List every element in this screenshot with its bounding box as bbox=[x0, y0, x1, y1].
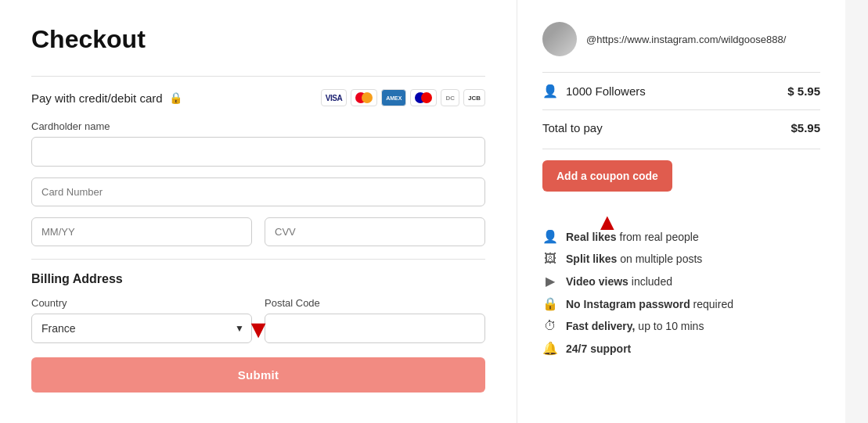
feature-video-views: ▶ Video views included bbox=[542, 274, 820, 289]
feature-no-password: 🔒 No Instagram password required bbox=[542, 296, 820, 311]
pay-label-text: Pay with credit/debit card bbox=[31, 91, 163, 105]
arrow-up-icon: ▲ bbox=[596, 209, 619, 235]
feature-fast-delivery: ⏱ Fast delivery, up to 10 mins bbox=[542, 319, 820, 333]
total-price: $5.95 bbox=[791, 121, 820, 134]
expiry-cvv-row bbox=[31, 217, 485, 246]
features-list: 👤 Real likes from real people 🖼 Split li… bbox=[542, 229, 820, 356]
avatar bbox=[542, 22, 577, 56]
feature-real-likes: 👤 Real likes from real people bbox=[542, 229, 820, 244]
submit-wrapper: ▼ Submit bbox=[31, 343, 485, 393]
page-title: Checkout bbox=[31, 25, 485, 54]
coupon-button[interactable]: Add a coupon code bbox=[542, 160, 672, 192]
section-divider-2 bbox=[31, 259, 485, 260]
total-row: Total to pay $5.95 bbox=[542, 121, 820, 134]
coupon-wrapper: Add a coupon code ▲ bbox=[542, 160, 672, 207]
cardholder-label: Cardholder name bbox=[31, 120, 485, 132]
lock-feature-icon: 🔒 bbox=[542, 296, 558, 311]
card-icons-group: VISA AMEX DC JCB bbox=[321, 89, 485, 106]
profile-row: @https://www.instagram.com/wildgoose888/ bbox=[542, 22, 820, 56]
feature-split-likes: 🖼 Split likes on multiple posts bbox=[542, 252, 820, 266]
billing-title: Billing Address bbox=[31, 272, 485, 286]
pay-label: Pay with credit/debit card 🔒 bbox=[31, 91, 182, 105]
order-divider-1 bbox=[542, 72, 820, 73]
expiry-input[interactable] bbox=[31, 217, 252, 246]
play-feature-icon: ▶ bbox=[542, 274, 558, 289]
pay-section-header: Pay with credit/debit card 🔒 VISA AMEX D… bbox=[31, 89, 485, 106]
person-feature-icon: 👤 bbox=[542, 229, 558, 244]
checkout-left-panel: Checkout Pay with credit/debit card 🔒 VI… bbox=[0, 0, 517, 423]
card-number-group bbox=[31, 177, 485, 206]
profile-url: @https://www.instagram.com/wildgoose888/ bbox=[586, 34, 786, 45]
feature-video-views-text: Video views included bbox=[566, 275, 672, 288]
card-number-input[interactable] bbox=[31, 177, 485, 206]
postal-code-input[interactable] bbox=[265, 314, 485, 343]
maestro-icon bbox=[410, 89, 437, 106]
section-divider-1 bbox=[31, 76, 485, 77]
checkout-right-panel: @https://www.instagram.com/wildgoose888/… bbox=[517, 0, 845, 423]
order-item-price: $ 5.95 bbox=[787, 84, 820, 98]
feature-split-likes-text: Split likes on multiple posts bbox=[566, 253, 702, 265]
cardholder-name-group: Cardholder name bbox=[31, 120, 485, 167]
cvv-input[interactable] bbox=[265, 217, 485, 246]
order-item-row: 👤 1000 Followers $ 5.95 bbox=[542, 84, 820, 99]
country-select[interactable]: France United States United Kingdom Germ… bbox=[31, 314, 252, 343]
image-feature-icon: 🖼 bbox=[542, 252, 558, 266]
order-item-left: 👤 1000 Followers bbox=[542, 84, 646, 99]
order-item-label: 1000 Followers bbox=[566, 84, 646, 98]
person-icon: 👤 bbox=[542, 84, 558, 99]
postal-group: Postal Code bbox=[265, 297, 485, 343]
order-divider-2 bbox=[542, 109, 820, 110]
feature-support-text: 24/7 support bbox=[566, 342, 631, 355]
visa-icon: VISA bbox=[321, 89, 347, 106]
clock-feature-icon: ⏱ bbox=[542, 319, 558, 333]
order-divider-3 bbox=[542, 149, 820, 149]
submit-button[interactable]: Submit bbox=[31, 357, 485, 393]
arrow-down-icon: ▼ bbox=[246, 315, 271, 344]
feature-real-likes-text: Real likes from real people bbox=[566, 231, 699, 243]
postal-label: Postal Code bbox=[265, 297, 485, 309]
amex-icon: AMEX bbox=[381, 89, 406, 106]
country-select-wrapper: France United States United Kingdom Germ… bbox=[31, 314, 252, 343]
country-group: Country France United States United King… bbox=[31, 297, 252, 343]
country-label: Country bbox=[31, 297, 252, 309]
avatar-image bbox=[542, 22, 577, 56]
feature-support: 🔔 24/7 support bbox=[542, 341, 820, 356]
jcb-icon: JCB bbox=[463, 89, 485, 106]
mastercard-icon bbox=[351, 89, 377, 106]
lock-icon: 🔒 bbox=[169, 91, 182, 104]
cardholder-input[interactable] bbox=[31, 137, 485, 167]
total-label: Total to pay bbox=[542, 121, 603, 134]
diners-icon: DC bbox=[441, 89, 459, 106]
bell-feature-icon: 🔔 bbox=[542, 341, 558, 356]
feature-no-password-text: No Instagram password required bbox=[566, 298, 733, 310]
feature-fast-delivery-text: Fast delivery, up to 10 mins bbox=[566, 320, 704, 332]
